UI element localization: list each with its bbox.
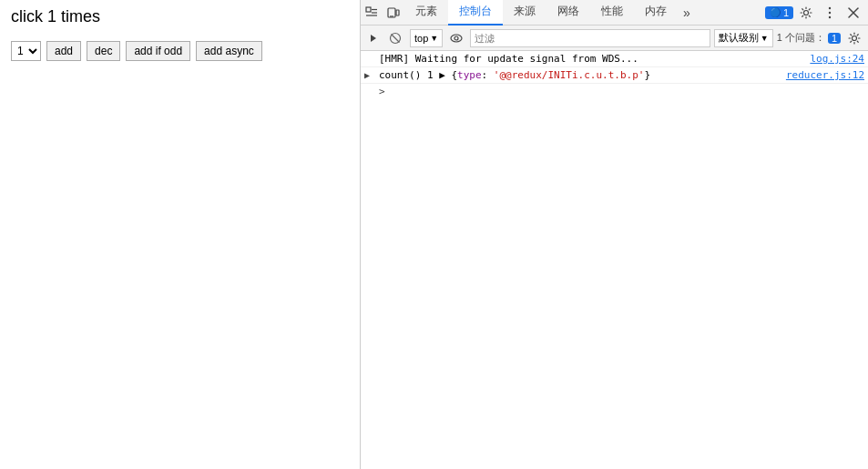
context-arrow-icon: ▼ xyxy=(430,34,438,43)
devtools-tabs-bar: 元素 控制台 来源 网络 性能 内存 » 🔵 1 xyxy=(361,0,868,25)
svg-rect-5 xyxy=(396,10,399,15)
log-level-arrow-icon: ▼ xyxy=(761,34,769,43)
console-line-source[interactable]: log.js:24 xyxy=(802,53,864,65)
svg-point-17 xyxy=(454,36,458,40)
console-prompt-line[interactable]: > xyxy=(361,84,868,99)
counter-select[interactable]: 1 2 3 xyxy=(11,41,41,61)
console-toolbar: top ▼ 默认级别 ▼ 1 个问题： 1 xyxy=(361,25,868,51)
add-button[interactable]: add xyxy=(46,41,81,61)
tab-performance[interactable]: 性能 xyxy=(590,0,634,25)
svg-point-7 xyxy=(804,10,809,15)
more-tabs-button[interactable]: » xyxy=(678,5,696,20)
devtools-more-icon[interactable] xyxy=(819,2,841,24)
colon-text: : xyxy=(482,69,494,81)
console-line: ▶ count() 1 ▶ {type: '@@redux/INITi.c.u.… xyxy=(361,67,868,84)
tab-sources[interactable]: 来源 xyxy=(503,0,546,25)
svg-point-18 xyxy=(853,36,857,40)
controls-row: 1 2 3 add dec add if odd add async xyxy=(11,41,349,61)
tab-console[interactable]: 控制台 xyxy=(448,0,503,25)
svg-point-16 xyxy=(451,35,462,42)
console-settings-icon[interactable] xyxy=(844,29,864,47)
context-label: top xyxy=(414,33,428,44)
object-key-text: type xyxy=(457,69,482,81)
custom-formatters-icon[interactable] xyxy=(446,29,466,47)
svg-marker-13 xyxy=(371,35,376,42)
console-line: [HMR] Waiting for update signal from WDS… xyxy=(361,51,868,67)
devtools-settings-icon[interactable] xyxy=(795,2,817,24)
issue-count: 1 xyxy=(828,33,841,44)
log-level-label: 默认级别 xyxy=(719,31,759,45)
console-content: [HMR] Waiting for update signal from WDS… xyxy=(361,51,868,469)
console-line-source[interactable]: reducer.js:12 xyxy=(779,69,864,81)
console-line-text: [HMR] Waiting for update signal from WDS… xyxy=(379,53,802,65)
tab-memory[interactable]: 内存 xyxy=(634,0,678,25)
tab-network[interactable]: 网络 xyxy=(546,0,590,25)
inspect-element-icon[interactable] xyxy=(361,2,383,24)
add-async-button[interactable]: add async xyxy=(196,41,262,61)
context-select[interactable]: top ▼ xyxy=(410,29,443,47)
svg-point-8 xyxy=(829,6,831,8)
filter-input[interactable] xyxy=(470,29,710,47)
console-back-icon[interactable] xyxy=(364,27,381,49)
devtools-panel: 元素 控制台 来源 网络 性能 内存 » 🔵 1 xyxy=(360,0,868,469)
expand-icon[interactable]: ▶ xyxy=(364,70,370,80)
device-toolbar-icon[interactable] xyxy=(383,2,404,24)
svg-point-10 xyxy=(829,15,831,17)
issue-prefix: 1 个问题： xyxy=(777,31,825,45)
error-badge: 🔵 1 xyxy=(765,6,793,19)
tab-elements[interactable]: 元素 xyxy=(404,0,448,25)
redux-init-text: '@@redux/INITi.c.u.t.b.p' xyxy=(494,69,645,81)
svg-rect-0 xyxy=(366,7,371,12)
issue-badge: 1 个问题： 1 xyxy=(777,31,841,45)
click-times-heading: click 1 times xyxy=(11,7,349,26)
error-icon: 🔵 xyxy=(770,7,781,17)
devtools-toolbar-right: 🔵 1 xyxy=(765,2,868,24)
svg-point-9 xyxy=(829,11,831,13)
dec-button[interactable]: dec xyxy=(87,41,120,61)
add-if-odd-button[interactable]: add if odd xyxy=(126,41,190,61)
console-clear-icon[interactable] xyxy=(384,27,406,49)
left-panel: click 1 times 1 2 3 add dec add if odd a… xyxy=(0,0,360,469)
error-count: 1 xyxy=(783,7,789,18)
console-count-text: count() 1 ▶ { xyxy=(379,69,457,81)
log-level-select[interactable]: 默认级别 ▼ xyxy=(714,29,773,47)
svg-line-15 xyxy=(392,34,400,42)
console-line-text: count() 1 ▶ {type: '@@redux/INITi.c.u.t.… xyxy=(379,69,779,81)
devtools-close-icon[interactable] xyxy=(842,2,864,24)
console-prompt-caret[interactable]: > xyxy=(379,86,385,97)
closing-brace-text: } xyxy=(644,69,650,81)
